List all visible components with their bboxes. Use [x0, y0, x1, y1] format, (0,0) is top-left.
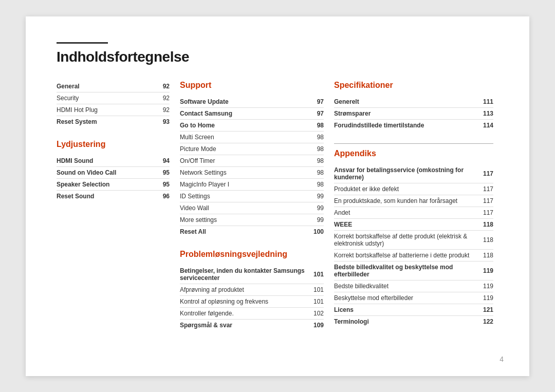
toc-page: 92 — [140, 81, 170, 92]
toc-page: 98 — [293, 178, 324, 190]
toc-page: 98 — [293, 131, 324, 143]
table-row: Spørgsmål & svar109 — [180, 319, 324, 331]
table-row: Reset Sound96 — [57, 190, 170, 202]
toc-label: Terminologi — [334, 315, 479, 327]
toc-page: 98 — [293, 166, 324, 178]
general-table: General92Security92HDMI Hot Plug92Reset … — [57, 81, 170, 127]
toc-label: Go to Home — [180, 119, 293, 131]
table-row: HDMI Sound94 — [57, 155, 170, 167]
toc-page: 113 — [471, 107, 493, 119]
toc-page: 93 — [140, 116, 170, 127]
toc-page: 101 — [309, 295, 324, 307]
toc-page: 119 — [479, 261, 493, 280]
toc-label: Network Settings — [180, 166, 293, 178]
table-row: Betingelser, inden du kontakter Samsungs… — [180, 265, 324, 284]
toc-page: 101 — [309, 265, 324, 284]
table-row: Terminologi122 — [334, 315, 493, 327]
toc-label: En produktskade, som kunden har forårsag… — [334, 195, 479, 207]
toc-label: Software Update — [180, 96, 293, 108]
toc-label: Forudindstillede timertilstande — [334, 119, 471, 131]
table-row: Licens121 — [334, 304, 493, 315]
table-row: HDMI Hot Plug92 — [57, 104, 170, 116]
support-heading: Support — [180, 81, 324, 90]
toc-page: 119 — [479, 292, 493, 304]
toc-page: 96 — [147, 190, 170, 202]
page-title: Indholdsfortegnelse — [57, 49, 498, 65]
toc-label: Generelt — [334, 96, 471, 108]
table-row: General92 — [57, 81, 170, 92]
table-row: Network Settings98 — [180, 166, 324, 178]
table-row: Contact Samsung97 — [180, 107, 324, 119]
columns: General92Security92HDMI Hot Plug92Reset … — [57, 81, 498, 331]
table-row: On/Off Timer98 — [180, 155, 324, 166]
support-table: Software Update97Contact Samsung97Go to … — [180, 96, 324, 237]
table-row: Bedste billedkvalitet119 — [334, 280, 493, 292]
spec-table: Generelt111Strømsparer113Forudindstilled… — [334, 96, 493, 131]
lydjustering-table: HDMI Sound94Sound on Video Call95Speaker… — [57, 155, 170, 202]
toc-label: Korrekt bortskaffelse af dette produkt (… — [334, 230, 479, 249]
toc-page: 114 — [471, 119, 493, 131]
col-left: General92Security92HDMI Hot Plug92Reset … — [57, 81, 180, 331]
toc-page: 121 — [479, 304, 493, 315]
toc-label: Speaker Selection — [57, 178, 147, 190]
toc-label: MagicInfo Player I — [180, 178, 293, 190]
table-row: Forudindstillede timertilstande114 — [334, 119, 493, 131]
col-mid: Support Software Update97Contact Samsung… — [180, 81, 334, 331]
table-row: Ansvar for betalingsservice (omkostning … — [334, 164, 493, 183]
toc-page: 101 — [309, 284, 324, 295]
toc-label: Spørgsmål & svar — [180, 319, 309, 331]
lydjustering-section: Lydjustering HDMI Sound94Sound on Video … — [57, 140, 170, 202]
toc-page: 99 — [293, 202, 324, 214]
toc-label: More settings — [180, 214, 293, 226]
toc-label: Bedste billedkvalitet — [334, 280, 479, 292]
toc-page: 111 — [471, 96, 493, 108]
toc-page: 117 — [479, 164, 493, 183]
title-section: Indholdsfortegnelse — [57, 42, 498, 65]
toc-page: 99 — [293, 190, 324, 202]
toc-page: 92 — [140, 104, 170, 116]
table-row: Picture Mode98 — [180, 143, 324, 155]
toc-label: Korrekt bortskaffelse af batterierne i d… — [334, 249, 479, 261]
toc-label: General — [57, 81, 140, 92]
table-row: ID Settings99 — [180, 190, 324, 202]
toc-page: 122 — [479, 315, 493, 327]
toc-page: 118 — [479, 218, 493, 230]
toc-page: 92 — [140, 92, 170, 104]
toc-page: 95 — [147, 166, 170, 178]
table-row: Software Update97 — [180, 96, 324, 108]
toc-page: 118 — [479, 249, 493, 261]
appendix-heading: Appendiks — [334, 149, 493, 158]
table-row: Bedste billedkvalitet og beskyttelse mod… — [334, 261, 493, 280]
toc-label: Video Wall — [180, 202, 293, 214]
toc-label: Bedste billedkvalitet og beskyttelse mod… — [334, 261, 479, 280]
toc-label: Produktet er ikke defekt — [334, 183, 479, 195]
table-row: Go to Home98 — [180, 119, 324, 131]
table-row: Produktet er ikke defekt117 — [334, 183, 493, 195]
toc-label: Kontroller følgende. — [180, 307, 309, 319]
table-row: Andet117 — [334, 207, 493, 218]
toc-page: 117 — [479, 195, 493, 207]
table-row: Sound on Video Call95 — [57, 166, 170, 178]
toc-page: 95 — [147, 178, 170, 190]
toc-label: Andet — [334, 207, 479, 218]
table-row: Video Wall99 — [180, 202, 324, 214]
toc-label: Betingelser, inden du kontakter Samsungs… — [180, 265, 309, 284]
toc-label: Beskyttelse mod efterbilleder — [334, 292, 479, 304]
toc-label: Multi Screen — [180, 131, 293, 143]
toc-page: 117 — [479, 183, 493, 195]
toc-label: Sound on Video Call — [57, 166, 147, 178]
toc-label: Contact Samsung — [180, 107, 293, 119]
toc-page: 117 — [479, 207, 493, 218]
appendix-divider — [334, 143, 493, 144]
toc-page: 98 — [293, 119, 324, 131]
toc-page: 97 — [293, 107, 324, 119]
table-row: Multi Screen98 — [180, 131, 324, 143]
table-row: Speaker Selection95 — [57, 178, 170, 190]
toc-page: 94 — [147, 155, 170, 167]
toc-page: 109 — [309, 319, 324, 331]
table-row: Reset System93 — [57, 116, 170, 127]
toc-label: Security — [57, 92, 140, 104]
page: Indholdsfortegnelse General92Security92H… — [26, 16, 529, 376]
lydjustering-heading: Lydjustering — [57, 140, 170, 149]
toc-label: Picture Mode — [180, 143, 293, 155]
